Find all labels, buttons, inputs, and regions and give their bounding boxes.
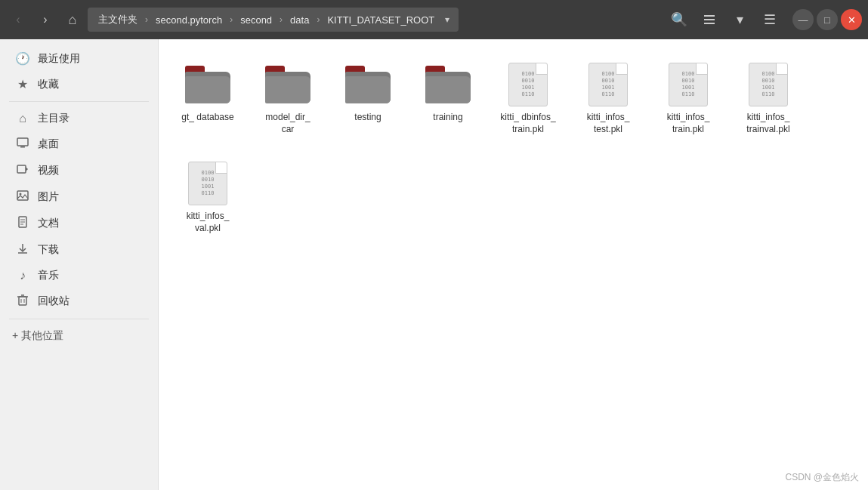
pkl-text-lines-3: 0100001010010110: [682, 71, 695, 98]
pkl-text-lines-5: 0100001010010110: [202, 170, 215, 197]
sidebar-item-favorites[interactable]: ★ 收藏: [3, 72, 155, 97]
file-area: gt_ database model_dir_ car: [159, 39, 868, 490]
pkl-icon-kitti-infos-train: 0100001010010110: [664, 60, 712, 109]
sidebar-divider-2: [9, 319, 149, 319]
sidebar-item-downloads[interactable]: 下载: [3, 237, 155, 263]
sidebar-item-recent[interactable]: 🕐 最近使用: [3, 46, 155, 71]
search-button[interactable]: 🔍: [666, 8, 693, 32]
docs-icon: [15, 216, 30, 231]
file-item-kitti-infos-train[interactable]: 0100001010010110 kitti_infos_ train.pkl: [654, 54, 722, 141]
svg-rect-2: [704, 23, 715, 24]
file-label-model-dir-car: model_dir_ car: [260, 112, 316, 135]
minimize-button[interactable]: —: [792, 9, 814, 30]
file-item-training[interactable]: training: [414, 54, 482, 141]
file-item-testing[interactable]: testing: [334, 54, 402, 141]
file-item-kitti-infos-trainval[interactable]: 0100001010010110 kitti_infos_ trainval.p…: [734, 54, 802, 141]
menu-button[interactable]: ☰: [756, 8, 783, 32]
file-label-kitti-infos-val: kitti_infos_ val.pkl: [180, 211, 236, 234]
breadcrumb-sep-3: ›: [280, 14, 283, 25]
svg-rect-15: [19, 297, 26, 305]
file-grid: gt_ database model_dir_ car: [174, 54, 853, 240]
sidebar-label-music: 音乐: [38, 269, 59, 282]
forward-button[interactable]: ›: [33, 8, 57, 32]
svg-rect-5: [17, 165, 26, 173]
svg-rect-7: [17, 191, 28, 200]
breadcrumb-data[interactable]: data: [286, 13, 314, 27]
svg-rect-1: [704, 19, 715, 20]
window-controls: — □ ✕: [792, 9, 862, 30]
home-button[interactable]: ⌂: [60, 8, 85, 32]
sidebar-item-images[interactable]: 图片: [3, 184, 155, 210]
file-label-kitti-infos-trainval: kitti_infos_ trainval.pkl: [740, 112, 796, 135]
file-label-testing: testing: [354, 112, 381, 124]
star-icon: ★: [15, 77, 30, 91]
breadcrumb-second[interactable]: second: [236, 13, 276, 27]
file-item-kitti-infos-test[interactable]: 0100001010010110 kitti_infos_ test.pkl: [574, 54, 642, 141]
breadcrumb-sep-4: ›: [317, 14, 320, 25]
other-locations-label: + 其他位置: [12, 329, 63, 343]
view-options-button[interactable]: ▾: [726, 8, 753, 32]
svg-marker-6: [26, 167, 28, 171]
back-button[interactable]: ‹: [6, 8, 30, 32]
sidebar-item-trash[interactable]: 回收站: [3, 288, 155, 314]
desktop-icon: [15, 137, 30, 152]
images-icon: [15, 190, 30, 205]
view-list-button[interactable]: [696, 8, 723, 32]
list-icon: [703, 13, 716, 26]
file-item-gt-database[interactable]: gt_ database: [174, 54, 242, 141]
svg-rect-3: [17, 138, 28, 146]
svg-rect-4: [20, 146, 25, 148]
downloads-icon: [15, 242, 30, 257]
toolbar: ‹ › ⌂ 主文件夹 › second.pytorch › second › d…: [0, 0, 868, 39]
breadcrumb-sep-2: ›: [230, 14, 233, 25]
watermark: CSDN @金色焰火: [785, 471, 859, 484]
sidebar-label-trash: 回收站: [38, 294, 70, 308]
pkl-text-lines: 0100001010010110: [522, 71, 535, 98]
sidebar-label-downloads: 下载: [38, 243, 59, 257]
file-label-kitti-infos-test: kitti_infos_ test.pkl: [580, 112, 636, 135]
sidebar-item-home[interactable]: ⌂ 主目录: [3, 106, 155, 131]
pkl-icon-kitti-infos-val: 0100001010010110: [184, 159, 232, 208]
sidebar-label-images: 图片: [38, 190, 59, 204]
sidebar-item-desktop[interactable]: 桌面: [3, 131, 155, 157]
sidebar: 🕐 最近使用 ★ 收藏 ⌂ 主目录 桌面: [0, 39, 159, 490]
file-label-training: training: [433, 112, 462, 124]
pkl-text-lines-2: 0100001010010110: [602, 71, 615, 98]
pkl-icon-kitti-dbinfos-train: 0100001010010110: [504, 60, 552, 109]
breadcrumb-kitti[interactable]: KITTI_DATASET_ROOT: [323, 13, 439, 27]
folder-icon-gt-database: [184, 60, 232, 109]
breadcrumb-dropdown-button[interactable]: ▾: [442, 13, 453, 26]
trash-icon: [15, 294, 30, 309]
breadcrumb-sep-1: ›: [145, 14, 148, 25]
music-icon: ♪: [15, 269, 30, 282]
file-label-kitti-infos-train: kitti_infos_ train.pkl: [660, 112, 716, 135]
sidebar-label-desktop: 桌面: [38, 137, 59, 151]
breadcrumb-second-pytorch[interactable]: second.pytorch: [151, 13, 227, 27]
main-area: 🕐 最近使用 ★ 收藏 ⌂ 主目录 桌面: [0, 39, 868, 490]
sidebar-item-docs[interactable]: 文档: [3, 211, 155, 236]
sidebar-label-recent: 最近使用: [38, 52, 80, 66]
maximize-button[interactable]: □: [817, 9, 838, 30]
sidebar-item-music[interactable]: ♪ 音乐: [3, 263, 155, 288]
sidebar-label-video: 视频: [38, 164, 59, 177]
sidebar-label-docs: 文档: [38, 217, 59, 230]
pkl-icon-kitti-infos-trainval: 0100001010010110: [744, 60, 792, 109]
clock-icon: 🕐: [15, 51, 30, 66]
file-item-model-dir-car[interactable]: model_dir_ car: [254, 54, 322, 141]
file-item-kitti-infos-val[interactable]: 0100001010010110 kitti_infos_ val.pkl: [174, 153, 242, 240]
pkl-icon-kitti-infos-test: 0100001010010110: [584, 60, 632, 109]
sidebar-other-locations[interactable]: + 其他位置: [0, 324, 158, 348]
pkl-text-lines-4: 0100001010010110: [762, 71, 775, 98]
video-icon: [15, 163, 30, 178]
sidebar-item-video[interactable]: 视频: [3, 158, 155, 183]
file-label-gt-database: gt_ database: [181, 112, 233, 124]
breadcrumb-home[interactable]: 主文件夹: [94, 11, 142, 28]
file-label-kitti-dbinfos-train: kitti_ dbinfos_ train.pkl: [500, 112, 556, 135]
folder-icon-model-dir-car: [264, 60, 312, 109]
svg-rect-0: [704, 15, 715, 17]
home-icon: ⌂: [15, 112, 30, 125]
file-item-kitti-dbinfos-train[interactable]: 0100001010010110 kitti_ dbinfos_ train.p…: [494, 54, 562, 141]
folder-icon-training: [424, 60, 472, 109]
close-button[interactable]: ✕: [841, 9, 862, 30]
sidebar-label-home: 主目录: [38, 112, 70, 125]
